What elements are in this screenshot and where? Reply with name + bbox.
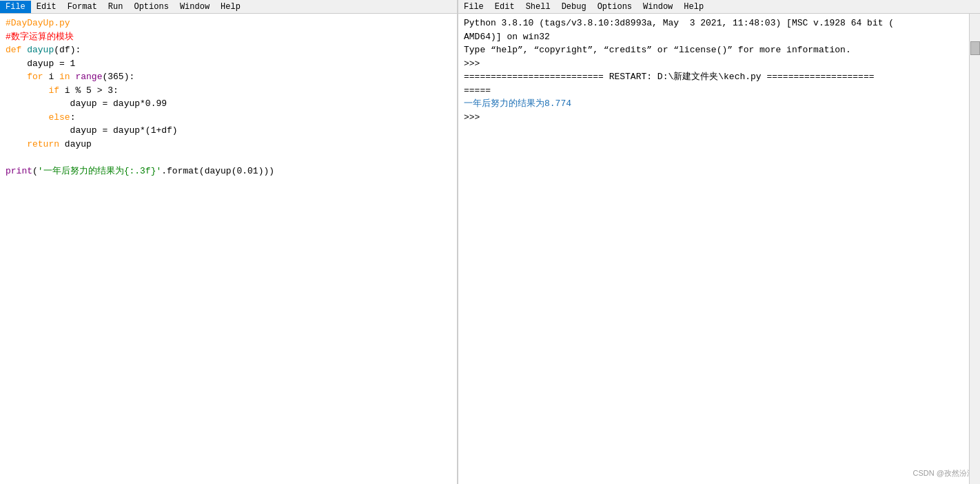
editor-menu-file[interactable]: File — [0, 1, 31, 13]
scroll-thumb[interactable] — [970, 41, 980, 55]
editor-pane: File Edit Format Run Options Window Help… — [0, 0, 458, 484]
code-line-9: dayup = dayup*(1+df) — [6, 125, 178, 136]
help-line: Type “help”, “copyright”, “credits” or “… — [464, 45, 851, 55]
code-line-12: print('一年后努力的结果为{:.3f}'.format(dayup(0.0… — [6, 166, 274, 176]
scrollbar[interactable] — [969, 14, 980, 484]
shell-menu-debug[interactable]: Debug — [556, 1, 592, 13]
amd-line: AMD64)] on win32 — [464, 32, 550, 42]
editor-menu-edit[interactable]: Edit — [31, 1, 62, 13]
output-result: 一年后努力的结果为8.774 — [464, 98, 571, 109]
watermark: CSDN @孜然汾沫 — [913, 467, 974, 479]
prompt-2: >>> — [464, 112, 485, 123]
shell-menu-help[interactable]: Help — [678, 1, 709, 13]
code-line-7: dayup = dayup*0.99 — [6, 98, 167, 109]
code-line-3: def dayup(df): — [6, 45, 81, 55]
prompt-1: >>> — [464, 59, 485, 69]
code-line-10: return dayup — [6, 139, 92, 149]
python-version-line: Python 3.8.10 (tags/v3.8.10:3d8993a, May… — [464, 18, 894, 28]
editor-menu-format[interactable]: Format — [62, 1, 103, 13]
code-line-4: dayup = 1 — [6, 59, 75, 69]
shell-menu-options[interactable]: Options — [592, 1, 637, 13]
shell-pane: File Edit Shell Debug Options Window Hel… — [458, 0, 980, 484]
editor-menubar: File Edit Format Run Options Window Help — [0, 0, 457, 14]
shell-menu-shell[interactable]: Shell — [520, 1, 556, 13]
code-line-5: for i in range(365): — [6, 72, 134, 82]
shell-menu-window[interactable]: Window — [637, 1, 678, 13]
restart-line: ========================== RESTART: D:\新… — [464, 72, 875, 96]
code-line-6: if i % 5 > 3: — [6, 85, 119, 96]
code-line-2: #数字运算的模块 — [6, 32, 74, 42]
shell-menu-edit[interactable]: Edit — [489, 1, 520, 13]
shell-menubar: File Edit Shell Debug Options Window Hel… — [458, 0, 980, 14]
editor-content[interactable]: #DayDayUp.py #数字运算的模块 def dayup(df): day… — [0, 14, 457, 484]
code-line-1: #DayDayUp.py — [6, 18, 70, 28]
editor-menu-run[interactable]: Run — [103, 1, 129, 13]
editor-menu-options[interactable]: Options — [128, 1, 174, 13]
editor-menu-help[interactable]: Help — [215, 1, 246, 13]
editor-menu-window[interactable]: Window — [174, 1, 215, 13]
shell-content[interactable]: Python 3.8.10 (tags/v3.8.10:3d8993a, May… — [458, 14, 980, 484]
shell-menu-file[interactable]: File — [458, 1, 489, 13]
code-line-8: else: — [6, 112, 75, 123]
